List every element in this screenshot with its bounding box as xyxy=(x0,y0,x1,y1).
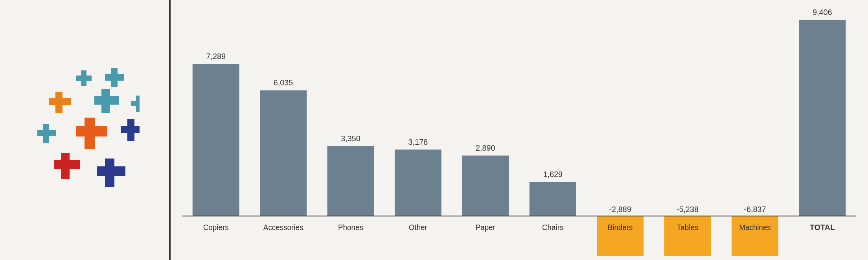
bar-total xyxy=(799,20,846,216)
label-other: Other xyxy=(409,223,428,232)
value-machines: -6,837 xyxy=(744,205,766,214)
svg-rect-3 xyxy=(105,74,124,81)
svg-rect-19 xyxy=(97,166,125,176)
label-machines: Machines xyxy=(739,223,771,232)
value-tables: -5,238 xyxy=(677,205,699,214)
waterfall-chart: 7,289 6,035 3,350 3,178 2,890 xyxy=(182,8,856,256)
bar-copiers xyxy=(193,64,239,216)
label-phones: Phones xyxy=(338,223,363,232)
value-chairs: 1,629 xyxy=(543,170,563,179)
svg-rect-7 xyxy=(94,96,119,105)
left-panel xyxy=(0,0,169,260)
svg-rect-11 xyxy=(37,130,56,136)
label-accessories: Accessories xyxy=(263,223,303,232)
value-other: 3,178 xyxy=(408,138,428,146)
value-copiers: 7,289 xyxy=(206,52,226,61)
bar-accessories xyxy=(260,90,307,216)
right-panel: 7,289 6,035 3,350 3,178 2,890 xyxy=(171,0,868,260)
svg-rect-13 xyxy=(76,126,107,136)
svg-rect-17 xyxy=(54,160,80,169)
bar-paper xyxy=(462,156,509,216)
bar-phones xyxy=(327,146,374,216)
bar-binders xyxy=(597,216,644,256)
label-paper: Paper xyxy=(476,223,496,232)
value-total: 9,406 xyxy=(813,8,832,17)
value-binders: -2,889 xyxy=(609,205,631,214)
value-paper: 2,890 xyxy=(476,144,495,152)
bar-other xyxy=(395,149,441,216)
bar-chairs xyxy=(530,182,576,216)
label-total: TOTAL xyxy=(810,223,835,232)
label-binders: Binders xyxy=(608,223,633,232)
chart-area: 7,289 6,035 3,350 3,178 2,890 xyxy=(182,8,856,256)
svg-rect-5 xyxy=(49,98,71,105)
bar-machines xyxy=(732,216,778,256)
value-phones: 3,350 xyxy=(341,134,360,143)
svg-rect-1 xyxy=(76,76,92,81)
label-chairs: Chairs xyxy=(542,223,563,232)
svg-rect-9 xyxy=(131,101,140,106)
svg-rect-15 xyxy=(121,126,140,133)
bar-tables xyxy=(664,216,711,256)
label-copiers: Copiers xyxy=(203,223,229,232)
label-tables: Tables xyxy=(677,223,698,232)
logo-svg xyxy=(29,63,140,197)
logo xyxy=(29,63,140,197)
value-accessories: 6,035 xyxy=(274,78,293,87)
